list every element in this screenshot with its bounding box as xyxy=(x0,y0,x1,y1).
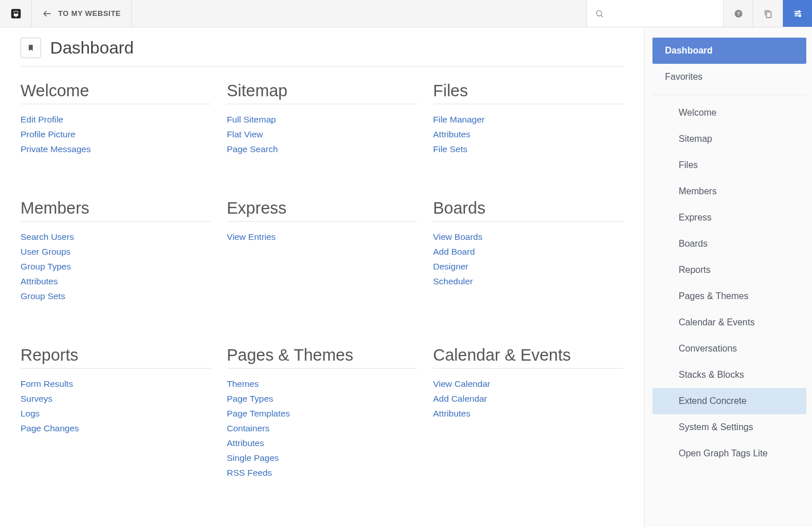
svg-text:?: ? xyxy=(737,11,740,17)
section-link-item: RSS Feeds xyxy=(227,468,417,478)
sidebar-item-extend-concrete[interactable]: Extend Concrete xyxy=(652,388,806,414)
sidebar-item-stacks-blocks[interactable]: Stacks & Blocks xyxy=(652,362,806,388)
section-link-item: Group Types xyxy=(21,262,211,272)
logo[interactable] xyxy=(0,0,32,27)
section-link[interactable]: Attributes xyxy=(433,129,470,139)
section-boards: BoardsView BoardsAdd BoardDesignerSchedu… xyxy=(433,199,623,306)
svg-point-4 xyxy=(14,13,15,14)
arrow-left-icon xyxy=(42,9,52,19)
section-link[interactable]: Add Calendar xyxy=(433,394,487,403)
section-links: Edit ProfileProfile PicturePrivate Messa… xyxy=(21,115,211,154)
section-link[interactable]: Flat View xyxy=(227,129,263,139)
section-link-item: Page Templates xyxy=(227,408,417,419)
pages-button[interactable] xyxy=(753,0,782,27)
section-links: View Entries xyxy=(227,232,417,242)
section-link[interactable]: Themes xyxy=(227,379,259,389)
section-link[interactable]: Page Types xyxy=(227,394,274,403)
sidebar-item-pages-themes[interactable]: Pages & Themes xyxy=(652,283,806,309)
svg-point-3 xyxy=(17,11,18,12)
section-link[interactable]: Attributes xyxy=(21,276,58,286)
svg-point-15 xyxy=(795,13,797,14)
search-input[interactable] xyxy=(609,9,715,18)
sidebar-item-open-graph-tags-lite[interactable]: Open Graph Tags Lite xyxy=(652,440,806,467)
section-link[interactable]: Form Results xyxy=(21,379,73,389)
sidebar-item-conversations[interactable]: Conversations xyxy=(652,336,806,362)
section-link[interactable]: Private Messages xyxy=(21,144,91,154)
section-link[interactable]: Scheduler xyxy=(433,276,473,286)
sidebar-item-members[interactable]: Members xyxy=(652,178,806,205)
section-heading: Pages & Themes xyxy=(227,346,417,369)
section-link-item: View Boards xyxy=(433,232,623,242)
section-link[interactable]: Group Sets xyxy=(21,291,65,301)
svg-point-5 xyxy=(17,13,18,14)
section-link[interactable]: File Manager xyxy=(433,115,484,124)
sidebar-item-welcome[interactable]: Welcome xyxy=(652,100,806,126)
sidebar-item-sitemap[interactable]: Sitemap xyxy=(652,126,806,152)
section-link[interactable]: Add Board xyxy=(433,247,475,256)
sidebar-item-dashboard[interactable]: Dashboard xyxy=(652,38,806,64)
section-link-item: Page Search xyxy=(227,144,417,154)
sliders-icon xyxy=(793,9,803,19)
section-link-item: Search Users xyxy=(21,232,211,242)
section-link[interactable]: User Groups xyxy=(21,247,71,256)
toolbar-spacer xyxy=(132,0,586,27)
sidebar-item-express[interactable]: Express xyxy=(652,205,806,231)
help-button[interactable]: ? xyxy=(723,0,753,27)
sidebar-item-calendar-events[interactable]: Calendar & Events xyxy=(652,309,806,336)
section-link-item: Attributes xyxy=(227,438,417,448)
section-link[interactable]: Page Templates xyxy=(227,408,290,418)
section-heading: Files xyxy=(433,81,623,104)
svg-rect-11 xyxy=(766,12,771,18)
section-link-item: Page Changes xyxy=(21,423,211,434)
bookmark-icon xyxy=(27,43,35,52)
section-heading: Members xyxy=(21,199,211,222)
bookmark-button[interactable] xyxy=(21,38,41,58)
help-icon: ? xyxy=(733,9,744,19)
section-links: Search UsersUser GroupsGroup TypesAttrib… xyxy=(21,232,211,301)
section-link[interactable]: Group Types xyxy=(21,262,71,271)
section-link[interactable]: Page Changes xyxy=(21,423,79,433)
section-link[interactable]: Attributes xyxy=(433,408,470,418)
section-link[interactable]: RSS Feeds xyxy=(227,468,272,477)
section-link[interactable]: File Sets xyxy=(433,144,467,154)
section-link-item: Attributes xyxy=(21,276,211,287)
sidebar-item-favorites[interactable]: Favorites xyxy=(652,64,806,90)
section-link[interactable]: Page Search xyxy=(227,144,278,154)
section-links: ThemesPage TypesPage TemplatesContainers… xyxy=(227,379,417,478)
section-link[interactable]: View Entries xyxy=(227,232,276,242)
section-express: ExpressView Entries xyxy=(227,199,417,306)
section-link[interactable]: Designer xyxy=(433,262,468,271)
section-link[interactable]: Single Pages xyxy=(227,453,279,463)
svg-point-2 xyxy=(15,10,16,11)
section-link[interactable]: Containers xyxy=(227,423,270,433)
search-box[interactable] xyxy=(586,0,723,27)
section-link[interactable]: Attributes xyxy=(227,438,264,448)
sidebar-item-reports[interactable]: Reports xyxy=(652,257,806,283)
section-link-item: Page Types xyxy=(227,394,417,404)
sidebar-item-system-settings[interactable]: System & Settings xyxy=(652,414,806,440)
main-content: Dashboard WelcomeEdit ProfileProfile Pic… xyxy=(0,27,644,527)
section-link-item: File Manager xyxy=(433,115,623,125)
section-link[interactable]: Logs xyxy=(21,408,40,418)
section-link[interactable]: Profile Picture xyxy=(21,129,75,139)
section-link[interactable]: View Calendar xyxy=(433,379,491,389)
hand-icon xyxy=(10,8,22,19)
settings-button[interactable] xyxy=(782,0,812,27)
section-link[interactable]: Edit Profile xyxy=(21,115,63,124)
back-to-website[interactable]: TO MY WEBSITE xyxy=(32,0,132,27)
sidebar-item-boards[interactable]: Boards xyxy=(652,231,806,257)
section-heading: Express xyxy=(227,199,417,222)
section-calendar-events: Calendar & EventsView CalendarAdd Calend… xyxy=(433,346,623,483)
sidebar-item-files[interactable]: Files xyxy=(652,152,806,178)
section-link[interactable]: Full Sitemap xyxy=(227,115,276,124)
page-header: Dashboard xyxy=(21,38,623,67)
section-link-item: View Calendar xyxy=(433,379,623,389)
section-link[interactable]: View Boards xyxy=(433,232,483,242)
section-sitemap: SitemapFull SitemapFlat ViewPage Search xyxy=(227,81,417,159)
svg-point-7 xyxy=(597,10,602,15)
section-link-item: Private Messages xyxy=(21,144,211,154)
section-link-item: Attributes xyxy=(433,408,623,419)
section-link[interactable]: Search Users xyxy=(21,232,74,242)
section-link[interactable]: Surveys xyxy=(21,394,52,403)
copy-icon xyxy=(763,9,773,19)
